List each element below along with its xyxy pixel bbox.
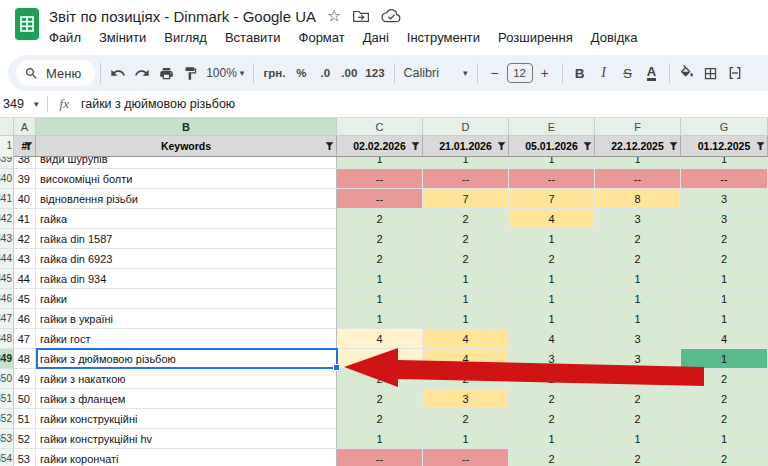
cell-value[interactable]: 1 bbox=[509, 229, 595, 249]
row-header-342[interactable]: 342 bbox=[0, 209, 14, 229]
cell-value[interactable]: 3 bbox=[595, 349, 681, 369]
row-header-346[interactable]: 346 bbox=[0, 289, 14, 309]
cell-value[interactable]: 1 bbox=[595, 309, 681, 329]
cell-keyword[interactable]: гайки з накаткою bbox=[36, 369, 337, 389]
cell-value[interactable]: 2 bbox=[509, 369, 595, 389]
name-box[interactable]: 349 bbox=[0, 97, 34, 111]
cell-value[interactable]: -- bbox=[423, 449, 509, 466]
column-header-D[interactable]: D bbox=[423, 118, 509, 136]
menu-2[interactable]: Змінити bbox=[90, 28, 155, 47]
cell-number[interactable]: 53 bbox=[14, 449, 36, 466]
cell-value[interactable]: 3 bbox=[595, 209, 681, 229]
redo-button[interactable] bbox=[130, 60, 154, 86]
row-header-340[interactable]: 340 bbox=[0, 169, 14, 189]
currency-format-button[interactable]: грн. bbox=[259, 60, 289, 86]
cell-value[interactable]: 2 bbox=[595, 389, 681, 409]
menu-9[interactable]: Довідка bbox=[582, 28, 647, 47]
cell-keyword[interactable]: гайки гост bbox=[36, 329, 337, 349]
increase-decimal-button[interactable]: .00 bbox=[337, 60, 361, 86]
text-color-button[interactable]: A bbox=[640, 60, 664, 86]
header-cell-C[interactable]: 02.02.2026 bbox=[337, 136, 423, 157]
paint-format-button[interactable] bbox=[178, 60, 202, 86]
row-header-348[interactable]: 348 bbox=[0, 329, 14, 349]
row-header-351[interactable]: 351 bbox=[0, 389, 14, 409]
cell-keyword[interactable]: високоміцні болти bbox=[36, 169, 337, 189]
cell-number[interactable]: 41 bbox=[14, 209, 36, 229]
cell-value[interactable]: 1 bbox=[681, 269, 768, 289]
cell-value[interactable]: 1 bbox=[423, 157, 509, 169]
cell-value[interactable]: 2 bbox=[681, 369, 768, 389]
cell-value[interactable]: 2 bbox=[423, 369, 509, 389]
cell-value[interactable]: -- bbox=[595, 169, 681, 189]
cell-keyword[interactable]: гайки з дюймовою різьбою bbox=[36, 349, 337, 369]
cell-value[interactable]: 2 bbox=[337, 229, 423, 249]
cell-value[interactable]: 3 bbox=[509, 349, 595, 369]
decrease-decimal-button[interactable]: .0 bbox=[313, 60, 337, 86]
filter-icon[interactable] bbox=[583, 142, 592, 151]
print-button[interactable] bbox=[154, 60, 178, 86]
cell-number[interactable]: 47 bbox=[14, 329, 36, 349]
row-header-352[interactable]: 352 bbox=[0, 409, 14, 429]
cell-keyword[interactable]: види шурупів bbox=[36, 157, 337, 169]
filter-icon[interactable] bbox=[325, 142, 334, 151]
cell-value[interactable]: 2 bbox=[423, 409, 509, 429]
column-header-F[interactable]: F bbox=[595, 118, 681, 136]
cell-value[interactable]: 7 bbox=[423, 189, 509, 209]
cell-value[interactable]: 3 bbox=[423, 389, 509, 409]
cell-value[interactable]: 2 bbox=[595, 369, 681, 389]
cell-number[interactable]: 45 bbox=[14, 289, 36, 309]
cell-keyword[interactable]: гайки в україні bbox=[36, 309, 337, 329]
cell-value[interactable]: -- bbox=[337, 449, 423, 466]
cell-keyword[interactable]: гайка din 934 bbox=[36, 269, 337, 289]
cell-value[interactable]: 1 bbox=[681, 349, 768, 369]
cell-value[interactable]: 3 bbox=[681, 209, 768, 229]
cell-keyword[interactable]: гайка din 1587 bbox=[36, 229, 337, 249]
cell-value[interactable]: 2 bbox=[595, 449, 681, 466]
filter-icon[interactable] bbox=[669, 142, 678, 151]
cell-value[interactable]: 3 bbox=[681, 189, 768, 209]
cell-value[interactable]: -- bbox=[423, 169, 509, 189]
row-header-353[interactable]: 353 bbox=[0, 429, 14, 449]
cell-value[interactable]: 1 bbox=[423, 429, 509, 449]
cell-value[interactable]: 4 bbox=[509, 329, 595, 349]
cell-number[interactable]: 49 bbox=[14, 369, 36, 389]
fill-handle[interactable] bbox=[333, 364, 340, 371]
column-header-G[interactable]: G bbox=[681, 118, 768, 136]
cell-value[interactable]: 1 bbox=[681, 289, 768, 309]
cell-value[interactable]: 4 bbox=[681, 329, 768, 349]
cell-value[interactable]: 4 bbox=[423, 349, 509, 369]
cell-number[interactable]: 48 bbox=[14, 349, 36, 369]
column-header-C[interactable]: C bbox=[337, 118, 423, 136]
cell-value[interactable]: -- bbox=[337, 169, 423, 189]
cell-value[interactable]: 1 bbox=[595, 289, 681, 309]
menu-7[interactable]: Інструменти bbox=[398, 28, 489, 47]
column-header-E[interactable]: E bbox=[509, 118, 595, 136]
cell-number[interactable]: 52 bbox=[14, 429, 36, 449]
header-cell-B[interactable]: Keywords bbox=[36, 136, 337, 157]
column-header-A[interactable]: A bbox=[14, 118, 36, 136]
cell-number[interactable]: 50 bbox=[14, 389, 36, 409]
borders-button[interactable] bbox=[699, 60, 723, 86]
decrease-font-size-button[interactable]: − bbox=[483, 60, 507, 86]
cell-number[interactable]: 42 bbox=[14, 229, 36, 249]
menu-5[interactable]: Формат bbox=[290, 28, 354, 47]
header-cell-D[interactable]: 21.01.2026 bbox=[423, 136, 509, 157]
cell-value[interactable]: 1 bbox=[423, 309, 509, 329]
cell-value[interactable]: 4 bbox=[423, 329, 509, 349]
zoom-select[interactable]: 100% ▾ bbox=[202, 60, 248, 86]
cell-value[interactable]: 2 bbox=[337, 369, 423, 389]
cell-value[interactable]: 2 bbox=[423, 209, 509, 229]
header-cell-F[interactable]: 22.12.2025 bbox=[595, 136, 681, 157]
cell-keyword[interactable]: гайки конструкційні hv bbox=[36, 429, 337, 449]
cell-value[interactable]: 1 bbox=[509, 269, 595, 289]
percent-format-button[interactable]: % bbox=[289, 60, 313, 86]
cell-value[interactable]: -- bbox=[337, 189, 423, 209]
header-cell-A[interactable]: # bbox=[14, 136, 36, 157]
cell-value[interactable]: 1 bbox=[337, 309, 423, 329]
cell-value[interactable]: 1 bbox=[595, 429, 681, 449]
row-header-354[interactable]: 354 bbox=[0, 449, 14, 466]
increase-font-size-button[interactable]: + bbox=[533, 60, 557, 86]
formula-input[interactable]: гайки з дюймовою різьбою bbox=[81, 97, 235, 111]
cell-value[interactable]: 1 bbox=[681, 309, 768, 329]
cell-value[interactable]: 2 bbox=[681, 389, 768, 409]
